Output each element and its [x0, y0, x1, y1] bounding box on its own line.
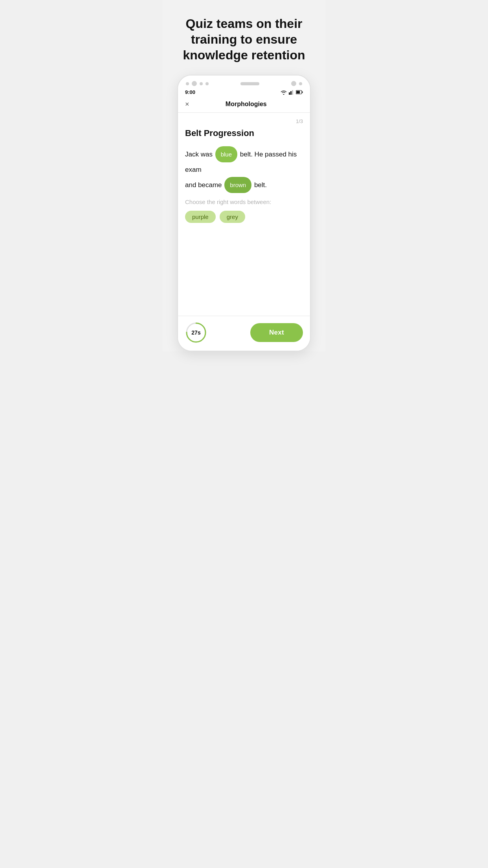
next-button[interactable]: Next: [250, 323, 303, 342]
timer-value: 27s: [191, 329, 200, 336]
app-title: Morphologies: [189, 101, 303, 108]
svg-rect-1: [290, 91, 292, 95]
status-time: 9:00: [185, 89, 195, 95]
question-title: Belt Progression: [185, 128, 303, 138]
app-header: × Morphologies: [178, 97, 310, 113]
dot6: [299, 82, 302, 85]
content-spacer: [178, 229, 310, 316]
svg-rect-5: [296, 91, 300, 94]
battery-icon: [296, 90, 303, 94]
svg-rect-4: [302, 92, 303, 93]
answer-chip-brown[interactable]: brown: [224, 177, 251, 193]
phone-top-bar: [178, 75, 310, 88]
close-button[interactable]: ×: [185, 101, 189, 108]
sentence-part1: Jack was: [185, 151, 213, 158]
quiz-content: 1/3 Belt Progression Jack was blue belt.…: [178, 113, 310, 229]
question-counter: 1/3: [185, 118, 303, 124]
phone-top-right: [291, 81, 302, 86]
dot1: [186, 82, 189, 85]
wifi-icon: [280, 90, 287, 95]
signal-icon: [289, 90, 294, 95]
phone-mockup: 9:00: [177, 75, 311, 351]
sentence-part3: and became: [185, 181, 222, 189]
instruction-text: Choose the right words between:: [185, 199, 303, 205]
status-icons: [280, 90, 303, 95]
svg-rect-2: [292, 90, 293, 95]
dot3: [200, 82, 203, 85]
phone-speaker: [240, 82, 259, 85]
dot5: [291, 81, 296, 86]
sentence-part4: belt.: [254, 181, 267, 189]
status-bar: 9:00: [178, 88, 310, 97]
page-wrapper: Quiz teams on their training to ensure k…: [163, 0, 325, 351]
sentence-area: Jack was blue belt. He passed his exam a…: [185, 146, 303, 193]
page-headline: Quiz teams on their training to ensure k…: [171, 16, 317, 63]
dot4: [205, 82, 209, 85]
option-grey[interactable]: grey: [220, 211, 245, 223]
bottom-bar: 27s Next: [178, 316, 310, 351]
timer-circle: 27s: [185, 322, 207, 344]
word-options: purple grey: [185, 211, 303, 223]
phone-camera-dots: [186, 81, 209, 86]
answer-chip-blue[interactable]: blue: [215, 146, 237, 162]
dot2: [192, 81, 197, 86]
option-purple[interactable]: purple: [185, 211, 216, 223]
svg-rect-0: [289, 92, 290, 95]
